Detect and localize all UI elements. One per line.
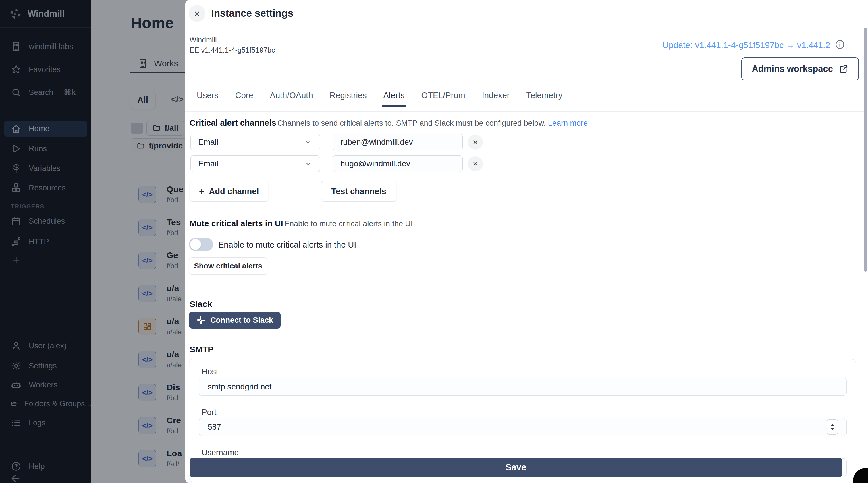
tab-alerts[interactable]: Alerts — [383, 91, 404, 106]
stepper-down-icon[interactable] — [830, 427, 835, 430]
port-input[interactable]: 587 — [199, 418, 847, 436]
slack-icon — [196, 316, 205, 324]
tab-auth-oauth[interactable]: Auth/OAuth — [270, 91, 313, 106]
channel-type-value: Email — [198, 159, 218, 168]
external-link-icon — [839, 64, 848, 73]
channel-email-input[interactable]: hugo@windmill.dev — [333, 155, 463, 172]
drawer-title: Instance settings — [211, 7, 293, 19]
remove-channel-button[interactable]: × — [468, 156, 483, 171]
channel-email-input[interactable]: ruben@windmill.dev — [333, 134, 463, 151]
screen: Windmill windmill-labs Favorites Search … — [0, 0, 868, 483]
port-label: Port — [202, 408, 216, 417]
product-name: Windmill — [190, 36, 217, 44]
host-input[interactable]: smtp.sendgrid.net — [199, 378, 847, 396]
test-channels-button[interactable]: Test channels — [321, 181, 396, 201]
mute-heading-row: Mute critical alerts in UI Enable to mut… — [190, 219, 822, 228]
settings-tabs: Users Core Auth/OAuth Registries Alerts … — [197, 91, 562, 106]
learn-more-link[interactable]: Learn more — [548, 119, 588, 128]
mute-toggle[interactable] — [189, 238, 213, 251]
admins-workspace-label: Admins workspace — [752, 64, 833, 74]
tab-users[interactable]: Users — [197, 91, 219, 106]
number-stepper[interactable] — [827, 419, 838, 435]
toggle-label: Enable to mute critical alerts in the UI — [218, 240, 356, 250]
channel-type-value: Email — [198, 137, 218, 147]
update-link[interactable]: Update: v1.441.1-4-g51f5197bc → v1.441.2 — [662, 40, 830, 50]
close-icon: × — [194, 8, 200, 19]
instance-settings-drawer: × Instance settings Windmill EE v1.441.1… — [185, 0, 868, 483]
add-channel-button[interactable]: + Add channel — [190, 181, 268, 201]
chevron-down-icon — [304, 138, 312, 146]
section-heading: Critical alert channels — [190, 118, 276, 128]
edition-version: EE v1.441.1-4-g51f5197bc — [190, 46, 275, 54]
admins-workspace-button[interactable]: Admins workspace — [741, 58, 859, 80]
toggle-knob — [190, 239, 201, 250]
drawer-scrollbar[interactable] — [864, 28, 867, 272]
info-icon[interactable] — [835, 39, 845, 51]
stepper-up-icon[interactable] — [830, 424, 835, 426]
section-heading: Mute critical alerts in UI — [190, 219, 283, 228]
tab-indexer[interactable]: Indexer — [482, 91, 510, 106]
header-divider — [185, 26, 848, 26]
show-critical-alerts-button[interactable]: Show critical alerts — [189, 257, 267, 275]
close-button[interactable]: × — [189, 5, 205, 22]
host-label: Host — [202, 367, 218, 376]
tabs-divider — [185, 111, 865, 112]
section-description: Enable to mute critical alerts in the UI — [284, 219, 413, 228]
plus-icon: + — [199, 186, 205, 197]
section-description: Channels to send critical alerts to. SMT… — [277, 119, 546, 128]
x-icon: × — [473, 159, 478, 168]
connect-to-slack-button[interactable]: Connect to Slack — [189, 312, 281, 328]
tab-otel-prom[interactable]: OTEL/Prom — [421, 91, 465, 106]
chevron-down-icon — [304, 160, 312, 168]
save-button[interactable]: Save — [190, 458, 842, 477]
tab-registries[interactable]: Registries — [330, 91, 367, 106]
channel-type-select[interactable]: Email — [190, 134, 320, 151]
username-label: Username — [202, 448, 239, 457]
channel-type-select[interactable]: Email — [190, 155, 320, 172]
smtp-heading: SMTP — [190, 345, 213, 354]
slack-heading: Slack — [190, 299, 212, 309]
tab-core[interactable]: Core — [235, 91, 253, 106]
remove-channel-button[interactable]: × — [468, 135, 483, 150]
x-icon: × — [473, 137, 478, 147]
critical-alerts-heading-row: Critical alert channels Channels to send… — [190, 118, 822, 128]
tab-telemetry[interactable]: Telemetry — [526, 91, 562, 106]
